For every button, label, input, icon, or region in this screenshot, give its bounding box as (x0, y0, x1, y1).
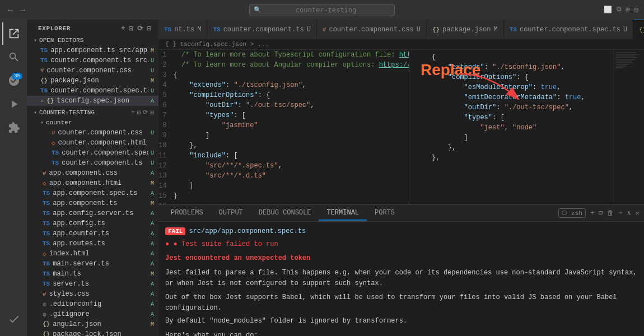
collapse-icon[interactable]: ⊟ (147, 24, 152, 33)
code-line: 9 ] (158, 130, 409, 141)
ts-icon: TS (213, 26, 220, 33)
new-folder-section-icon[interactable]: ⊡ (137, 109, 141, 116)
error-body1: Jest failed to parse a file. This happen… (165, 268, 637, 289)
close-icon[interactable]: ✕ (40, 97, 44, 104)
git-icon: ⚙ (43, 311, 46, 318)
list-item[interactable]: TSmain.ts M (27, 269, 158, 279)
tab-bar: TS nt.ts M TS counter.component.ts U # c… (158, 20, 644, 39)
list-item[interactable]: ◇index.html A (27, 249, 158, 259)
back-button[interactable]: ← (6, 4, 15, 16)
error-body2: Out of the box Jest supports Babel, whic… (165, 292, 637, 314)
tab-terminal[interactable]: TERMINAL (319, 206, 367, 221)
list-item[interactable]: ✕{}tsconfig.spec.json A (27, 96, 158, 106)
code-line: 6 "outDir": "./out-tsc/spec", (158, 100, 409, 110)
sidebar-title: EXPLORER + ⊡ ⟳ ⊟ (27, 20, 158, 35)
new-file-icon[interactable]: + (121, 24, 125, 33)
css-icon: # (43, 291, 46, 297)
code-line: 5 "compilerOptions": { (158, 90, 409, 100)
tab-ports[interactable]: PORTS (367, 206, 403, 221)
code-line: "jest", "node" (409, 123, 644, 133)
list-item[interactable]: TSserver.ts A (27, 279, 158, 289)
json-icon: {} (639, 26, 644, 33)
json-icon: {} (43, 331, 50, 336)
list-item[interactable]: TScounter.component.ts U (27, 158, 158, 168)
html-icon: ◇ (43, 180, 46, 187)
source-control-icon[interactable]: 35 (2, 69, 25, 92)
list-item[interactable]: ◇counter.component.html (27, 138, 158, 148)
json-icon: {} (40, 77, 48, 84)
search-icon: 🔍 (254, 6, 262, 13)
editor-split: 1 /* To learn more about Typescript conf… (158, 50, 644, 204)
list-item[interactable]: TSapp.component.spec.ts A (27, 188, 158, 198)
list-item[interactable]: TSapp.counter.ts A (27, 228, 158, 239)
list-item[interactable]: ◇app.component.html M (27, 178, 158, 188)
list-item[interactable]: #counter.component.css U (27, 128, 158, 138)
list-item[interactable]: {}package-lock.json (27, 329, 158, 336)
test-icon[interactable] (2, 308, 25, 330)
new-folder-icon[interactable]: ⊡ (129, 24, 134, 33)
close-panel-icon[interactable]: ✕ (636, 209, 640, 217)
list-item[interactable]: ⚙.editorconfig A (27, 299, 158, 309)
list-item[interactable]: TSapp.component.ts src/app M (27, 45, 158, 55)
list-item[interactable]: #counter.component.css U (27, 66, 158, 76)
css-icon: # (43, 170, 46, 176)
add-terminal-icon[interactable]: + (590, 209, 594, 217)
tab-counter-component-ts[interactable]: TS counter.component.ts U (207, 20, 316, 39)
forward-button[interactable]: → (18, 4, 27, 16)
explorer-icon[interactable] (2, 22, 25, 45)
tab-package-json[interactable]: {} package.json M (427, 20, 504, 39)
ts-icon: TS (43, 270, 50, 277)
counter-testing-header[interactable]: ▾ COUNTER-TESTING + ⊡ ⟳ ⊟ (27, 107, 158, 118)
extensions-icon[interactable] (2, 116, 25, 139)
error-title-line: Jest encountered an unexpected token (165, 253, 637, 264)
list-item[interactable]: TScounter.component.ts src/ U (27, 55, 158, 66)
code-line: "types": [ (409, 113, 644, 123)
code-editor-left[interactable]: 1 /* To learn more about Typescript conf… (158, 50, 409, 204)
refresh-icon[interactable]: ⟳ (137, 24, 144, 33)
tab-spec-ts[interactable]: TS counter.component.spec.ts U (504, 20, 633, 39)
list-item[interactable]: TSmain.server.ts A (27, 259, 158, 269)
list-item[interactable]: TSapp.routes.ts A (27, 239, 158, 249)
tab-app-component[interactable]: TS nt.ts M (158, 20, 207, 39)
tab-debug-console[interactable]: DEBUG CONSOLE (251, 206, 319, 221)
fail-file-path: src/app/app.component.spec.ts (189, 227, 306, 235)
list-item[interactable]: {}angular.json M (27, 319, 158, 329)
ts-icon: TS (164, 26, 171, 33)
ts-icon: TS (40, 87, 48, 94)
html-icon: ◇ (52, 139, 55, 147)
ts-icon: TS (43, 240, 50, 247)
list-item[interactable]: {}package.json M (27, 76, 158, 86)
open-editors-header[interactable]: ▾ OPEN EDITORS (27, 35, 158, 45)
search-input[interactable] (249, 4, 395, 16)
list-item[interactable]: TSapp.config.server.ts A (27, 208, 158, 218)
list-item[interactable]: TScounter.component.spec.ts U (27, 148, 158, 158)
tab-tsconfig-spec[interactable]: {} tsconfig.spec.json A ✕ (633, 20, 644, 39)
code-line: 16 (158, 201, 409, 204)
ts-icon: TS (43, 190, 50, 197)
code-line: "compilerOptions": { (409, 72, 644, 82)
list-item[interactable]: TScounter.component.spec.ts U (27, 86, 158, 96)
list-item[interactable]: #app.component.css A (27, 168, 158, 178)
collapse-section-icon[interactable]: ⊟ (150, 109, 154, 116)
list-item[interactable]: TSapp.component.ts M (27, 198, 158, 208)
search-icon[interactable] (2, 46, 25, 68)
new-file-section-icon[interactable]: + (131, 109, 135, 116)
more-terminals-icon[interactable]: ⋯ (618, 209, 622, 217)
tab-problems[interactable]: PROBLEMS (163, 206, 211, 221)
code-editor-right[interactable]: Replace { (409, 50, 644, 204)
refresh-section-icon[interactable]: ⟳ (143, 109, 148, 116)
list-item[interactable]: #styles.css A (27, 289, 158, 299)
maximize-panel-icon[interactable]: ∧ (627, 209, 631, 217)
right-code-lines: { "extends": "./tsconfig.json", "compile… (409, 50, 644, 163)
counter-subfolder-header[interactable]: ▾ counter (27, 118, 158, 128)
code-line: 7 "types": [ (158, 110, 409, 120)
code-lines: 1 /* To learn more about Typescript conf… (158, 50, 409, 204)
terminal-content[interactable]: FAILsrc/app/app.component.spec.ts ● ● Te… (158, 222, 644, 336)
delete-terminal-icon[interactable]: 🗑 (607, 209, 614, 217)
list-item[interactable]: TSapp.config.ts A (27, 218, 158, 228)
list-item[interactable]: ⚙.gitignore A (27, 309, 158, 319)
tab-counter-component-css[interactable]: # counter.component.css U (317, 20, 427, 39)
tab-output[interactable]: OUTPUT (211, 206, 251, 221)
split-terminal-icon[interactable]: ⊟ (599, 209, 603, 217)
run-icon[interactable] (2, 93, 25, 115)
